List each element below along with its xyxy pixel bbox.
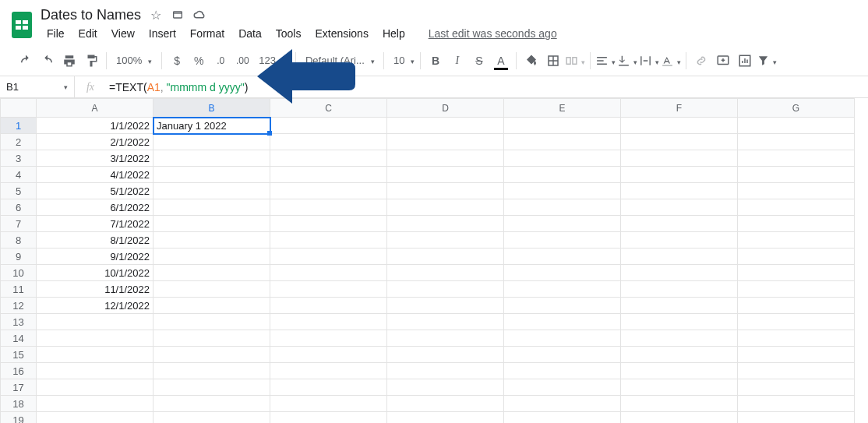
cell-F1[interactable] bbox=[621, 118, 738, 134]
cell-A19[interactable] bbox=[37, 412, 153, 424]
move-icon[interactable] bbox=[171, 8, 185, 22]
cell-E12[interactable] bbox=[504, 298, 621, 314]
cell-A17[interactable] bbox=[37, 379, 153, 396]
vertical-align-button[interactable] bbox=[617, 50, 637, 72]
percent-button[interactable]: % bbox=[189, 50, 209, 72]
row-header[interactable]: 11 bbox=[1, 281, 37, 298]
cell-C12[interactable] bbox=[270, 298, 387, 314]
more-formats-button[interactable]: 123 bbox=[254, 50, 291, 72]
increase-decimal-button[interactable]: .00 bbox=[232, 50, 252, 72]
cell-B19[interactable] bbox=[153, 412, 270, 424]
cell-D16[interactable] bbox=[387, 363, 504, 379]
cell-B11[interactable] bbox=[153, 281, 270, 298]
insert-comment-button[interactable] bbox=[713, 50, 733, 72]
cell-B1[interactable]: January 1 2022 bbox=[153, 118, 270, 134]
column-header-C[interactable]: C bbox=[270, 99, 387, 118]
cell-E16[interactable] bbox=[504, 363, 621, 379]
cell-G4[interactable] bbox=[738, 167, 855, 183]
cell-G8[interactable] bbox=[738, 232, 855, 249]
cell-A7[interactable]: 7/1/2022 bbox=[37, 216, 153, 232]
cell-F19[interactable] bbox=[621, 412, 738, 424]
cell-B5[interactable] bbox=[153, 183, 270, 199]
cell-E1[interactable] bbox=[504, 118, 621, 134]
cell-C7[interactable] bbox=[270, 216, 387, 232]
cell-B12[interactable] bbox=[153, 298, 270, 314]
cell-C10[interactable] bbox=[270, 265, 387, 281]
cell-G12[interactable] bbox=[738, 298, 855, 314]
cell-G9[interactable] bbox=[738, 249, 855, 265]
cell-E11[interactable] bbox=[504, 281, 621, 298]
cell-G18[interactable] bbox=[738, 396, 855, 412]
star-icon[interactable]: ☆ bbox=[149, 8, 163, 22]
row-header[interactable]: 19 bbox=[1, 412, 37, 424]
row-header[interactable]: 7 bbox=[1, 216, 37, 232]
cell-F14[interactable] bbox=[621, 330, 738, 347]
cell-C3[interactable] bbox=[270, 150, 387, 167]
filter-button[interactable] bbox=[757, 50, 777, 72]
strikethrough-button[interactable]: S bbox=[469, 50, 489, 72]
cell-F5[interactable] bbox=[621, 183, 738, 199]
cell-G1[interactable] bbox=[738, 118, 855, 134]
cell-E18[interactable] bbox=[504, 396, 621, 412]
cell-A13[interactable] bbox=[37, 314, 153, 330]
cell-G15[interactable] bbox=[738, 347, 855, 363]
cell-F2[interactable] bbox=[621, 134, 738, 150]
cell-E10[interactable] bbox=[504, 265, 621, 281]
cell-B9[interactable] bbox=[153, 249, 270, 265]
menu-edit[interactable]: Edit bbox=[72, 26, 104, 41]
menu-format[interactable]: Format bbox=[184, 26, 231, 41]
cell-E2[interactable] bbox=[504, 134, 621, 150]
cell-A11[interactable]: 11/1/2022 bbox=[37, 281, 153, 298]
row-header[interactable]: 10 bbox=[1, 265, 37, 281]
cell-A12[interactable]: 12/1/2022 bbox=[37, 298, 153, 314]
cell-C2[interactable] bbox=[270, 134, 387, 150]
cell-D5[interactable] bbox=[387, 183, 504, 199]
cell-B18[interactable] bbox=[153, 396, 270, 412]
cell-G10[interactable] bbox=[738, 265, 855, 281]
cell-E17[interactable] bbox=[504, 379, 621, 396]
spreadsheet-grid[interactable]: ABCDEFG 11/1/2022January 1 202222/1/2022… bbox=[0, 98, 868, 423]
cell-A15[interactable] bbox=[37, 347, 153, 363]
cell-B8[interactable] bbox=[153, 232, 270, 249]
row-header[interactable]: 18 bbox=[1, 396, 37, 412]
column-header-G[interactable]: G bbox=[738, 99, 855, 118]
cell-C8[interactable] bbox=[270, 232, 387, 249]
cell-B4[interactable] bbox=[153, 167, 270, 183]
cell-F10[interactable] bbox=[621, 265, 738, 281]
cell-G11[interactable] bbox=[738, 281, 855, 298]
cell-E7[interactable] bbox=[504, 216, 621, 232]
cell-A1[interactable]: 1/1/2022 bbox=[37, 118, 153, 134]
cell-B7[interactable] bbox=[153, 216, 270, 232]
cell-D13[interactable] bbox=[387, 314, 504, 330]
cell-D17[interactable] bbox=[387, 379, 504, 396]
cell-D4[interactable] bbox=[387, 167, 504, 183]
decrease-decimal-button[interactable]: .0 bbox=[210, 50, 231, 72]
row-header[interactable]: 13 bbox=[1, 314, 37, 330]
cell-F3[interactable] bbox=[621, 150, 738, 167]
cell-D12[interactable] bbox=[387, 298, 504, 314]
cell-B10[interactable] bbox=[153, 265, 270, 281]
cell-D18[interactable] bbox=[387, 396, 504, 412]
row-header[interactable]: 3 bbox=[1, 150, 37, 167]
cell-C16[interactable] bbox=[270, 363, 387, 379]
cell-A4[interactable]: 4/1/2022 bbox=[37, 167, 153, 183]
last-edit-link[interactable]: Last edit was seconds ago bbox=[429, 27, 557, 40]
row-header[interactable]: 12 bbox=[1, 298, 37, 314]
cell-F4[interactable] bbox=[621, 167, 738, 183]
cell-E3[interactable] bbox=[504, 150, 621, 167]
menu-view[interactable]: View bbox=[105, 26, 141, 41]
row-header[interactable]: 4 bbox=[1, 167, 37, 183]
text-rotation-button[interactable] bbox=[661, 50, 681, 72]
cell-D14[interactable] bbox=[387, 330, 504, 347]
merge-cells-button[interactable] bbox=[565, 50, 585, 72]
cell-C4[interactable] bbox=[270, 167, 387, 183]
column-header-D[interactable]: D bbox=[387, 99, 504, 118]
cell-G19[interactable] bbox=[738, 412, 855, 424]
cell-E15[interactable] bbox=[504, 347, 621, 363]
cell-B15[interactable] bbox=[153, 347, 270, 363]
row-header[interactable]: 8 bbox=[1, 232, 37, 249]
cell-G14[interactable] bbox=[738, 330, 855, 347]
cell-A16[interactable] bbox=[37, 363, 153, 379]
select-all-corner[interactable] bbox=[1, 99, 37, 118]
cell-D10[interactable] bbox=[387, 265, 504, 281]
